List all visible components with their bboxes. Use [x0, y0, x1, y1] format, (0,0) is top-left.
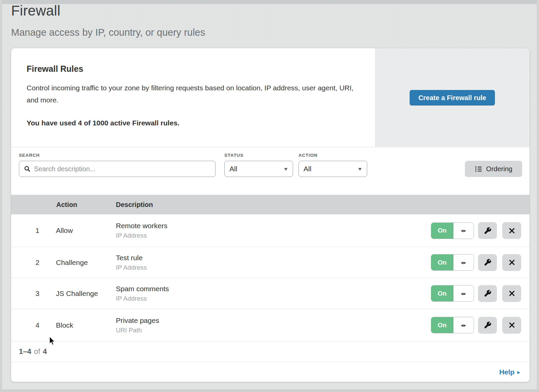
window-edge-top [0, 0, 539, 4]
rule-controls: On ◂▸ [431, 254, 521, 271]
edit-rule-button[interactable] [478, 285, 497, 302]
rule-number: 2 [32, 259, 43, 267]
chevron-down-icon: ▼ [357, 167, 363, 172]
arrow-right-icon: ▸ [517, 369, 520, 376]
delete-rule-button[interactable] [502, 317, 521, 334]
edit-rule-button[interactable] [478, 317, 497, 334]
intro-heading: Firewall Rules [27, 64, 370, 74]
rule-number: 4 [32, 321, 43, 329]
toggle-handle-arrows-icon[interactable]: ◂▸ [453, 317, 474, 333]
rule-controls: On ◂▸ [431, 285, 521, 302]
ordering-button-label: Ordering [486, 165, 512, 173]
x-icon [508, 290, 515, 297]
window-edge-bottom [0, 389, 539, 392]
delete-rule-button[interactable] [502, 285, 521, 302]
status-select[interactable]: All ▼ [224, 161, 293, 177]
rule-controls: On ◂▸ [431, 317, 521, 334]
rule-description-cell: Private pages URI Path [116, 316, 159, 334]
ordering-button[interactable]: Ordering [465, 161, 522, 177]
rule-toggle-switch[interactable]: On ◂▸ [431, 317, 474, 333]
delete-rule-button[interactable] [502, 222, 521, 239]
wrench-icon [484, 290, 492, 297]
rule-description-cell: Remote workers IP Address [116, 222, 167, 239]
pagination-info: 1–4 of 4 [11, 341, 530, 362]
rule-number: 1 [32, 227, 43, 235]
x-icon [508, 259, 515, 266]
rule-description: Private pages [116, 316, 159, 325]
search-icon [24, 165, 31, 172]
toggle-on-label: On [431, 317, 453, 333]
edit-rule-button[interactable] [478, 254, 497, 271]
action-select-value: All [304, 165, 358, 173]
toggle-handle-arrows-icon[interactable]: ◂▸ [453, 285, 474, 301]
rule-description-cell: Spam comments IP Address [116, 285, 169, 302]
rules-table-body: 1 Allow Remote workers IP Address On ◂▸ [11, 214, 530, 341]
help-row: Help ▸ [11, 362, 530, 382]
pagination-range: 1–4 [19, 347, 31, 356]
column-header-description: Description [116, 201, 153, 209]
chevron-down-icon: ▼ [283, 167, 289, 172]
pagination-total: 4 [43, 347, 47, 356]
usage-summary: You have used 4 of 1000 active Firewall … [27, 119, 370, 127]
rule-action: Block [56, 321, 73, 329]
filters-section: SEARCH STATUS All ▼ ACTION All ▼ [11, 147, 530, 195]
rule-description: Test rule [116, 254, 147, 262]
intro-description: Control incoming traffic to your zone by… [27, 82, 358, 106]
rule-toggle-switch[interactable]: On ◂▸ [431, 285, 474, 302]
rule-description: Spam comments [116, 285, 169, 293]
table-row: 3 JS Challenge Spam comments IP Address … [11, 278, 530, 309]
toggle-on-label: On [431, 223, 453, 239]
intro-side-panel: Create a Firewall rule [375, 48, 530, 147]
toggle-on-label: On [431, 254, 453, 270]
page-subtitle: Manage access by IP, country, or query r… [11, 27, 205, 38]
table-header: Action Description [11, 195, 530, 214]
x-icon [508, 322, 515, 329]
table-row: 2 Challenge Test rule IP Address On ◂▸ [11, 247, 530, 278]
toggle-handle-arrows-icon[interactable]: ◂▸ [453, 223, 474, 239]
window-edge-right [537, 0, 539, 392]
rule-match-type: IP Address [116, 264, 147, 271]
wrench-icon [484, 227, 492, 235]
rule-toggle-switch[interactable]: On ◂▸ [431, 254, 474, 271]
toggle-handle-arrows-icon[interactable]: ◂▸ [453, 254, 474, 270]
firewall-card: Firewall Rules Control incoming traffic … [11, 48, 530, 382]
wrench-icon [484, 321, 492, 329]
wrench-icon [484, 259, 492, 266]
rule-match-type: IP Address [116, 295, 169, 302]
window-edge-left [0, 0, 2, 392]
rule-action: JS Challenge [56, 290, 98, 298]
table-row: 1 Allow Remote workers IP Address On ◂▸ [11, 214, 530, 247]
rule-match-type: IP Address [116, 232, 167, 239]
rule-match-type: URI Path [116, 327, 159, 334]
rule-action: Challenge [56, 259, 88, 267]
toggle-on-label: On [431, 285, 453, 301]
create-firewall-rule-button[interactable]: Create a Firewall rule [410, 90, 495, 105]
search-field[interactable] [19, 161, 216, 177]
rule-description: Remote workers [116, 222, 167, 230]
rule-number: 3 [32, 290, 43, 298]
help-link-label: Help [499, 368, 515, 376]
rule-toggle-switch[interactable]: On ◂▸ [431, 222, 474, 239]
search-label: SEARCH [19, 153, 40, 158]
action-select[interactable]: All ▼ [298, 161, 367, 177]
status-select-value: All [229, 165, 284, 173]
delete-rule-button[interactable] [502, 254, 521, 271]
rule-description-cell: Test rule IP Address [116, 254, 147, 271]
help-link[interactable]: Help ▸ [499, 368, 520, 376]
table-row: 4 Block Private pages URI Path On ◂▸ [11, 309, 530, 341]
column-header-action: Action [56, 201, 77, 209]
page-title: Firewall [11, 3, 60, 19]
intro-text: Firewall Rules Control incoming traffic … [27, 64, 370, 127]
rule-action: Allow [56, 227, 73, 235]
search-input[interactable] [34, 165, 211, 173]
action-label: ACTION [298, 153, 318, 158]
rule-controls: On ◂▸ [431, 222, 521, 239]
x-icon [508, 227, 515, 234]
pagination-of-label: of [34, 347, 40, 356]
edit-rule-button[interactable] [478, 222, 497, 239]
intro-section: Firewall Rules Control incoming traffic … [11, 48, 530, 147]
list-icon [475, 165, 482, 173]
status-label: STATUS [224, 153, 244, 158]
